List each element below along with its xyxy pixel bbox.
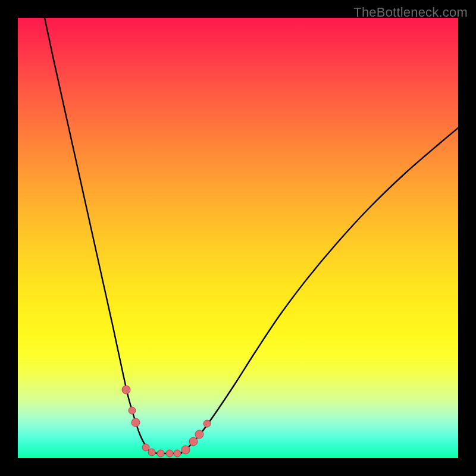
- plot-area: [18, 18, 458, 458]
- data-marker: [181, 446, 190, 454]
- data-marker: [195, 430, 203, 439]
- data-marker: [166, 450, 173, 457]
- data-marker: [157, 450, 164, 457]
- data-marker: [129, 407, 136, 414]
- bottleneck-curve: [45, 18, 458, 453]
- data-marker: [122, 386, 130, 394]
- data-marker: [189, 437, 198, 446]
- data-marker: [142, 444, 149, 451]
- curve-layer: [18, 18, 458, 458]
- watermark-text: TheBottleneck.com: [353, 5, 468, 20]
- data-marker: [174, 450, 181, 457]
- data-marker: [131, 418, 140, 427]
- data-marker: [203, 420, 211, 427]
- data-marker: [148, 449, 155, 456]
- chart-frame: TheBottleneck.com: [0, 0, 476, 476]
